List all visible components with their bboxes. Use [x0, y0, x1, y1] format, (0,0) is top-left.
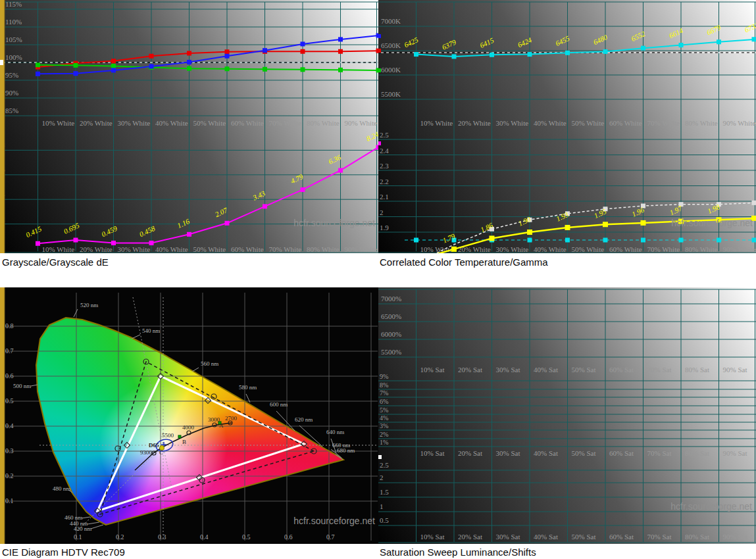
illuminant-label: 9300: [140, 449, 153, 456]
shift-axis-tick: 7%: [380, 389, 388, 397]
x-axis-label: 70% White: [647, 245, 680, 253]
y-axis-tick: 0.2: [5, 472, 14, 479]
x-axis-label: 60% White: [609, 245, 642, 253]
y-axis-tick: 0.3: [5, 447, 14, 454]
illuminant-label: D65: [149, 442, 159, 449]
rgb-axis-tick: 95%: [5, 71, 18, 79]
illuminant-label: 3000: [208, 416, 220, 423]
delta-axis-tick: 2: [380, 474, 384, 481]
lum-axis-tick: 7000%: [381, 295, 401, 303]
x-axis-label: 80% White: [685, 245, 718, 253]
delta-axis-tick: 0.5: [380, 516, 389, 524]
edge-tick: [378, 455, 382, 459]
cct-value-label: 6480: [592, 33, 609, 46]
wavelength-label: 640 nm: [326, 429, 344, 435]
shift-axis-tick: 1%: [380, 439, 388, 446]
x-axis-label: 60% White: [609, 119, 642, 127]
x-axis-label: 70% White: [269, 119, 302, 127]
x-axis-label: 90% White: [345, 119, 378, 127]
x-axis-tick: 0.5: [242, 533, 251, 541]
x-axis-label: 60% White: [231, 245, 264, 253]
lum-axis-tick: 5500%: [381, 348, 401, 356]
x-axis-label: 80% White: [307, 245, 340, 253]
x-axis-label: 90% White: [723, 119, 756, 127]
x-axis-label: 20% Sat: [458, 533, 482, 541]
illuminant-label: B: [182, 439, 186, 445]
x-axis-label: 50% Sat: [572, 366, 596, 374]
gamma-axis-tick: 2.1: [380, 193, 389, 201]
watermark: hcfr.sourceforge.net: [671, 218, 753, 228]
de-value-label: 0.415: [24, 225, 43, 239]
rgb-axis-tick: 110%: [5, 18, 22, 26]
cct-value-label: 6425: [403, 36, 419, 49]
cct-value-label: 6614: [668, 26, 684, 39]
de-value-label: 0.695: [63, 221, 81, 235]
x-axis-label: 10% White: [420, 245, 453, 253]
cct-value-label: 6415: [478, 36, 495, 49]
x-axis-tick: 0.1: [74, 533, 82, 541]
caption-cie: CIE Diagram HDTV Rec709: [2, 547, 125, 558]
cct-value-label: 6679: [705, 23, 722, 36]
de-value-label: 1.16: [176, 217, 191, 230]
shift-axis-tick: 6%: [380, 398, 388, 405]
x-axis-label: 30% White: [118, 119, 151, 127]
x-axis-label: 80% White: [685, 119, 718, 127]
x-axis-label: 50% White: [193, 119, 226, 127]
x-axis-label: 80% Sat: [685, 533, 709, 541]
x-axis-label: 90% White: [723, 245, 756, 253]
x-axis-label: 70% Sat: [647, 533, 672, 541]
x-axis-label: 10% Sat: [420, 449, 445, 457]
wavelength-label: 560 nm: [201, 360, 218, 367]
x-axis-label: 10% White: [420, 119, 453, 127]
x-axis-label: 60% Sat: [609, 449, 634, 457]
x-axis-label: 30% White: [496, 119, 529, 127]
wavelength-label: 540 nm: [142, 328, 160, 334]
gamma-axis-tick: 1.9: [380, 224, 389, 231]
lum-axis-tick: 6500%: [381, 312, 401, 320]
y-axis-tick: 0.8: [5, 322, 14, 329]
grid: [5, 293, 378, 541]
wavelength-label: 520 nm: [80, 302, 98, 308]
x-axis-label: 70% White: [269, 245, 302, 253]
cct-value-label: 6552: [630, 30, 646, 43]
y-axis-tick: 0.6: [5, 372, 14, 379]
x-axis-label: 10% White: [42, 119, 75, 127]
y-axis-tick: 0.4: [5, 422, 14, 429]
wavelength-label: 680 nm: [337, 447, 355, 454]
wavelength-label: 500 nm: [13, 383, 31, 389]
delta-axis-tick: 1: [380, 502, 384, 510]
rgb-axis-tick: 100%: [5, 53, 22, 61]
hcfr-report-page: 115%110%105%100%95%90%85%864210% White20…: [0, 0, 756, 559]
shift-axis-tick: 5%: [380, 406, 388, 414]
x-axis-label: 20% Sat: [458, 366, 482, 374]
de-value-label: 0.459: [100, 224, 118, 239]
x-axis-tick: 0.3: [158, 533, 166, 541]
wavelength-label: 580 nm: [239, 384, 257, 391]
x-axis-label: 90% Sat: [723, 449, 747, 457]
watermark: hcfr.sourceforge.net: [293, 516, 375, 526]
illuminant-labels: 9300D65CB5500400030002700A: [140, 415, 238, 456]
series-green-level: [36, 62, 378, 72]
cie-diagram-plot: 9300D65CB5500400030002700A520 nm540 nm56…: [0, 287, 378, 544]
x-axis-label: 20% White: [80, 245, 113, 253]
x-axis-tick: 0.4: [200, 533, 209, 541]
de-value-label: 2.07: [214, 206, 229, 218]
x-axis-label: 40% Sat: [534, 449, 558, 457]
gold-strip: [0, 287, 5, 544]
shift-axis-tick: 9%: [380, 373, 388, 380]
grayscale-de-chart: 115%110%105%100%95%90%85%864210% White20…: [0, 0, 378, 253]
x-axis-label: 40% White: [534, 245, 567, 253]
x-axis-label: 80% Sat: [685, 449, 709, 457]
shift-axis-tick: 2%: [380, 431, 388, 438]
illuminant-label: A: [219, 422, 224, 429]
x-axis-label: 40% White: [534, 119, 567, 127]
gamma-axis-tick: 2.3: [380, 162, 389, 170]
cct-value-label: 6424: [517, 36, 533, 49]
y-axis-tick: 0.1: [5, 497, 14, 504]
x-axis-label: 60% Sat: [609, 533, 634, 541]
x-axis-label: 30% Sat: [496, 449, 520, 457]
x-axis-label: 40% White: [155, 245, 188, 253]
y-axis-tick: 0.7: [5, 347, 14, 354]
de-value-label: 8.24: [365, 130, 378, 143]
x-axis-label: 50% White: [193, 245, 226, 253]
